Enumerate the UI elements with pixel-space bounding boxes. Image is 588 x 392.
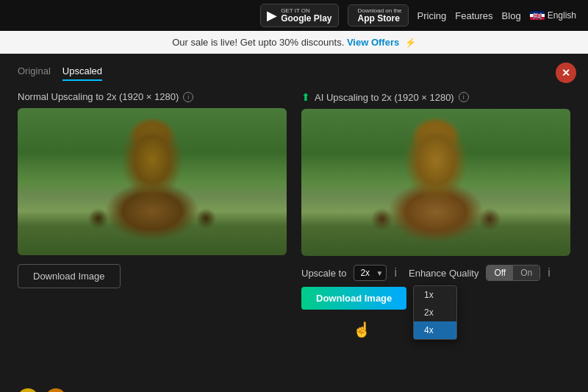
- upscale-dropdown-popup: 1x 2x 4x: [413, 285, 457, 340]
- toggle-off-button[interactable]: Off: [487, 266, 513, 280]
- right-image-box: [301, 109, 570, 256]
- right-download-button[interactable]: Download Image: [301, 287, 406, 310]
- sale-banner: Our sale is live! Get upto 30% discounts…: [0, 31, 588, 54]
- blog-link[interactable]: Blog: [502, 10, 521, 21]
- right-panel-title: ⬆ AI Upscaling to 2x (1920 × 1280) i: [301, 91, 570, 103]
- navbar: ▶ GET IT ON Google Play Download on the …: [0, 0, 588, 31]
- modal-overlay: ✕ Original Upscaled Normal Upscaling to …: [0, 54, 588, 384]
- right-panel-title-text: AI Upscaling to 2x (1920 × 1280): [315, 92, 454, 103]
- right-info-icon[interactable]: i: [459, 92, 469, 102]
- emoji-smiley: 😊: [18, 388, 38, 392]
- view-offers-link[interactable]: View Offers: [347, 37, 399, 48]
- left-panel: Normal Upscaling to 2x (1920 × 1280) i D…: [18, 91, 287, 310]
- enhance-info-icon[interactable]: i: [548, 266, 551, 279]
- left-image-box: [18, 108, 287, 255]
- controls-area: Upscale to 2x ▼ i Enhance Quality Off On…: [301, 265, 570, 281]
- toggle-on-button[interactable]: On: [513, 266, 539, 280]
- dropdown-item-1x[interactable]: 1x: [414, 286, 456, 304]
- lang-label: English: [548, 10, 576, 21]
- left-download-area: Download Image: [18, 264, 287, 288]
- google-play-label: Google Play: [281, 14, 331, 23]
- close-button[interactable]: ✕: [556, 63, 576, 83]
- flag-icon: 🇬🇧: [530, 11, 545, 20]
- upscale-select-wrapper: 2x ▼: [354, 265, 387, 281]
- pricing-link[interactable]: Pricing: [417, 10, 447, 21]
- left-bear-image: [18, 108, 287, 255]
- left-download-button[interactable]: Download Image: [18, 264, 121, 288]
- left-panel-title-text: Normal Upscaling to 2x (1920 × 1280): [18, 91, 179, 102]
- ai-icon: ⬆: [301, 91, 310, 103]
- right-bear-image: [301, 109, 570, 256]
- language-selector[interactable]: 🇬🇧 English: [530, 10, 576, 21]
- tab-bar: Original Upscaled: [18, 65, 570, 81]
- app-store-button[interactable]: Download on the App Store: [348, 4, 409, 26]
- lightning-icon: ⚡: [405, 38, 416, 48]
- tab-upscaled[interactable]: Upscaled: [62, 65, 102, 81]
- google-play-button[interactable]: ▶ GET IT ON Google Play: [260, 4, 338, 27]
- upscale-to-label: Upscale to: [301, 268, 346, 279]
- enhance-toggle: Off On: [486, 265, 540, 281]
- right-panel: ⬆ AI Upscaling to 2x (1920 × 1280) i Ups…: [301, 91, 570, 310]
- enhance-quality-label: Enhance Quality: [409, 268, 478, 279]
- upscale-select[interactable]: 2x: [354, 265, 387, 281]
- upscale-info-icon[interactable]: i: [394, 266, 397, 279]
- emoji-area: 😊 😀: [0, 384, 588, 392]
- cursor-pointer: ☝: [353, 321, 371, 338]
- features-link[interactable]: Features: [455, 10, 492, 21]
- emoji-happy: 😀: [46, 388, 66, 392]
- tab-original[interactable]: Original: [18, 65, 51, 81]
- play-icon: ▶: [267, 7, 277, 24]
- left-panel-title: Normal Upscaling to 2x (1920 × 1280) i: [18, 91, 287, 102]
- dropdown-item-2x[interactable]: 2x: [414, 304, 456, 321]
- left-info-icon[interactable]: i: [183, 92, 193, 102]
- dropdown-item-4x[interactable]: 4x: [414, 321, 456, 339]
- app-store-label: App Store: [358, 14, 402, 23]
- banner-text: Our sale is live! Get upto 30% discounts…: [172, 37, 344, 48]
- comparison-container: Normal Upscaling to 2x (1920 × 1280) i D…: [18, 91, 570, 310]
